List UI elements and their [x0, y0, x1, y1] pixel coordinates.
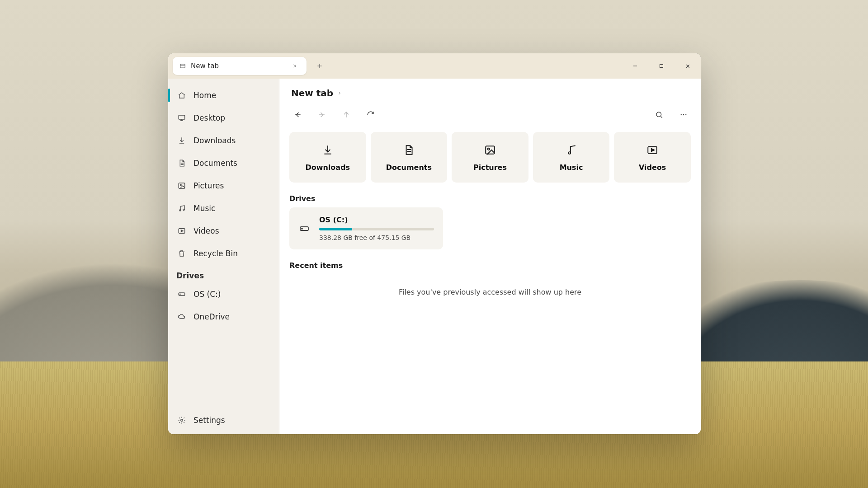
svg-point-17 — [568, 152, 571, 154]
sidebar-item-label: Home — [193, 91, 216, 100]
tab-title: New tab — [191, 62, 285, 70]
sidebar: Home Desktop Downloads Documents — [168, 79, 279, 434]
document-icon — [177, 159, 186, 168]
quick-label: Music — [560, 163, 583, 172]
svg-rect-3 — [179, 183, 185, 188]
sidebar-item-documents[interactable]: Documents — [168, 152, 279, 174]
tab-close-button[interactable] — [289, 61, 300, 71]
svg-point-16 — [488, 148, 490, 150]
file-explorer-window: New tab Home — [168, 53, 701, 434]
svg-rect-15 — [486, 146, 495, 154]
chevron-right-icon — [337, 90, 342, 96]
download-icon — [321, 143, 335, 157]
download-icon — [177, 136, 186, 145]
sidebar-item-label: Videos — [193, 226, 219, 235]
quick-label: Downloads — [305, 163, 350, 172]
gear-icon — [177, 416, 186, 425]
sidebar-item-home[interactable]: Home — [168, 84, 279, 107]
more-button[interactable] — [675, 106, 693, 124]
window-icon — [179, 62, 186, 70]
sidebar-item-label: Documents — [193, 159, 237, 168]
svg-point-20 — [302, 228, 302, 229]
up-button[interactable] — [337, 106, 355, 124]
drive-os-c[interactable]: OS (C:) 338.28 GB free of 475.15 GB — [289, 207, 443, 249]
image-icon — [177, 181, 186, 190]
quick-label: Videos — [639, 163, 666, 172]
quick-videos[interactable]: Videos — [614, 132, 691, 183]
close-button[interactable] — [675, 53, 701, 79]
sidebar-item-music[interactable]: Music — [168, 197, 279, 220]
svg-point-12 — [681, 114, 682, 115]
toolbar — [279, 101, 701, 132]
quick-music[interactable]: Music — [533, 132, 610, 183]
drives-header: Drives — [279, 183, 701, 207]
sidebar-item-label: Music — [193, 204, 215, 213]
recent-empty-text: Files you've previously accessed will sh… — [279, 274, 701, 310]
minimize-button[interactable] — [622, 53, 648, 79]
breadcrumb: New tab — [279, 79, 701, 101]
recent-header: Recent items — [279, 249, 701, 274]
svg-point-4 — [180, 184, 181, 186]
drive-icon — [298, 223, 310, 235]
svg-rect-1 — [660, 65, 663, 68]
forward-button[interactable] — [313, 106, 331, 124]
page-title: New tab — [291, 88, 333, 99]
sidebar-item-label: Settings — [193, 416, 225, 425]
video-icon — [177, 226, 186, 235]
tab-new-tab[interactable]: New tab — [173, 57, 307, 75]
sidebar-item-desktop[interactable]: Desktop — [168, 107, 279, 129]
quick-pictures[interactable]: Pictures — [452, 132, 528, 183]
sidebar-item-label: OneDrive — [193, 312, 230, 321]
sidebar-item-downloads[interactable]: Downloads — [168, 129, 279, 152]
drive-info: OS (C:) 338.28 GB free of 475.15 GB — [319, 216, 434, 241]
sidebar-item-label: Pictures — [193, 181, 224, 190]
sidebar-drives-header: Drives — [168, 265, 279, 283]
new-tab-button[interactable] — [312, 58, 327, 74]
drive-subtext: 338.28 GB free of 475.15 GB — [319, 234, 434, 241]
svg-rect-2 — [179, 115, 185, 119]
music-icon — [177, 204, 186, 213]
sidebar-settings[interactable]: Settings — [168, 409, 279, 432]
sidebar-item-videos[interactable]: Videos — [168, 220, 279, 242]
svg-point-11 — [656, 112, 661, 117]
svg-point-14 — [685, 114, 686, 115]
sidebar-item-label: Recycle Bin — [193, 249, 238, 258]
svg-rect-0 — [180, 64, 185, 68]
drive-usage-bar — [319, 228, 434, 230]
sidebar-onedrive[interactable]: OneDrive — [168, 305, 279, 328]
drive-icon — [177, 290, 186, 299]
quick-label: Pictures — [473, 163, 507, 172]
svg-point-5 — [179, 210, 181, 211]
sidebar-item-label: Downloads — [193, 136, 236, 145]
back-button[interactable] — [288, 106, 307, 124]
refresh-button[interactable] — [362, 106, 380, 124]
music-icon — [565, 143, 578, 157]
svg-point-9 — [180, 294, 181, 295]
cloud-icon — [177, 312, 186, 321]
desktop-icon — [177, 113, 186, 122]
sidebar-item-recycle-bin[interactable]: Recycle Bin — [168, 242, 279, 265]
sidebar-item-label: Desktop — [193, 113, 225, 122]
svg-point-10 — [181, 419, 183, 422]
drive-name: OS (C:) — [319, 216, 434, 224]
svg-point-6 — [183, 209, 184, 211]
search-button[interactable] — [650, 106, 668, 124]
main-content: New tab — [279, 79, 701, 434]
drive-usage-fill — [319, 228, 352, 230]
video-icon — [646, 143, 659, 157]
sidebar-drive-os-c[interactable]: OS (C:) — [168, 283, 279, 305]
document-icon — [402, 143, 415, 157]
sidebar-item-pictures[interactable]: Pictures — [168, 174, 279, 197]
quick-documents[interactable]: Documents — [371, 132, 448, 183]
titlebar: New tab — [168, 53, 701, 79]
image-icon — [483, 143, 497, 157]
svg-point-13 — [683, 114, 684, 115]
quick-downloads[interactable]: Downloads — [289, 132, 366, 183]
maximize-button[interactable] — [648, 53, 675, 79]
sidebar-item-label: OS (C:) — [193, 290, 221, 299]
trash-icon — [177, 249, 186, 258]
home-icon — [177, 91, 186, 100]
quick-access-row: Downloads Documents Pictures — [279, 132, 701, 183]
quick-label: Documents — [386, 163, 432, 172]
window-controls — [622, 53, 701, 79]
